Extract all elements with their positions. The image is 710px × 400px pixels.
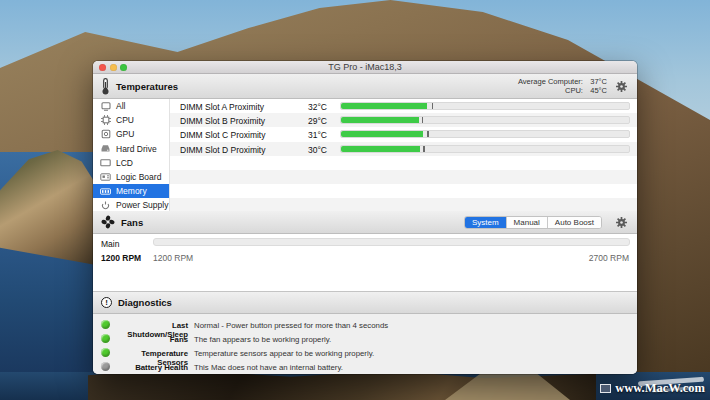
sensor-name: DIMM Slot D Proximity (180, 145, 265, 155)
empty-row (170, 198, 637, 211)
diagnostic-text: The fan appears to be working properly. (194, 335, 331, 344)
cpu-temp-value: 45°C (585, 86, 607, 95)
fan-mode-auto-boost[interactable]: Auto Boost (548, 217, 601, 228)
diagnostic-text: Normal - Power button pressed for more t… (194, 321, 388, 330)
zoom-button[interactable] (120, 64, 127, 71)
diagnostic-row: Temperature Sensors Temperature sensors … (93, 346, 637, 360)
temp-bar (340, 102, 630, 110)
sidebar-item-all[interactable]: All (93, 99, 169, 113)
status-dot-green (101, 348, 110, 357)
summary-temps: Average Computer: 37°C CPU: 45°C (518, 77, 607, 95)
sensor-row: DIMM Slot D Proximity 30°C (170, 142, 637, 156)
diagnostic-text: Temperature sensors appear to be working… (194, 349, 374, 358)
temperatures-header: Temperatures Average Computer: 37°C CPU:… (93, 74, 637, 99)
temp-peak-tick (422, 117, 424, 123)
sidebar-item-memory[interactable]: Memory (93, 184, 169, 198)
sidebar-item-label: Power Supply (116, 200, 168, 210)
diagnostic-label: Fans (111, 335, 188, 344)
watermark: www.MacW.com (600, 381, 705, 396)
computer-icon (100, 102, 111, 111)
diagnostic-label: Battery Health (111, 363, 188, 372)
fan-mode-control: System Manual Auto Boost (464, 216, 602, 229)
sidebar-item-label: Memory (116, 186, 147, 196)
tg-pro-window: TG Pro - iMac18,3 Temperatures Average C… (93, 61, 637, 374)
temp-bar-fill (341, 131, 423, 137)
temp-bar (340, 116, 630, 124)
fan-current-rpm: 1200 RPM (101, 253, 141, 263)
logic-board-icon (100, 173, 111, 181)
temp-bar (340, 145, 630, 153)
empty-row (170, 184, 637, 198)
sensor-temp: 29°C (275, 116, 327, 126)
gpu-chip-icon (100, 129, 111, 139)
exclamation-icon: ! (101, 297, 112, 308)
fan-max-rpm: 2700 RPM (589, 253, 629, 263)
desktop-wallpaper: TG Pro - iMac18,3 Temperatures Average C… (0, 0, 710, 400)
sidebar-item-label: Hard Drive (116, 144, 157, 154)
close-button[interactable] (99, 64, 106, 71)
cpu-chip-icon (100, 115, 111, 125)
fan-icon (101, 215, 115, 229)
sidebar-item-logic-board[interactable]: Logic Board (93, 170, 169, 184)
minimize-button[interactable] (110, 64, 117, 71)
sidebar-item-label: GPU (116, 129, 134, 139)
avg-computer-label: Average Computer: (518, 77, 583, 86)
cpu-temp-label: CPU: (565, 86, 583, 95)
watermark-logo-icon (600, 384, 611, 393)
fans-settings-button[interactable] (614, 215, 629, 230)
gear-icon (615, 80, 628, 93)
sensor-name: DIMM Slot B Proximity (180, 116, 265, 126)
status-dot-green (101, 320, 110, 329)
sensor-row: DIMM Slot C Proximity 31°C (170, 127, 637, 141)
fan-mode-system[interactable]: System (465, 217, 507, 228)
sidebar-item-label: Logic Board (116, 172, 161, 182)
fans-header: Fans System Manual Auto Boost (93, 211, 637, 234)
fan-mode-manual[interactable]: Manual (507, 217, 548, 228)
fan-speed-slider[interactable] (153, 238, 630, 246)
sidebar-item-label: All (116, 101, 125, 111)
sidebar-item-label: LCD (116, 158, 133, 168)
diagnostics-header: ! Diagnostics (93, 292, 637, 314)
sidebar-item-cpu[interactable]: CPU (93, 113, 169, 127)
sidebar-item-power-supply[interactable]: Power Supply (93, 198, 169, 211)
sensor-row: DIMM Slot A Proximity 32°C (170, 99, 637, 113)
fan-min-rpm: 1200 RPM (153, 253, 193, 263)
diagnostic-text: This Mac does not have an internal batte… (194, 363, 343, 372)
empty-row (170, 170, 637, 184)
temp-peak-tick (427, 131, 429, 137)
display-icon (100, 159, 111, 167)
sensor-temp: 32°C (275, 102, 327, 112)
sensor-temp: 31°C (275, 130, 327, 140)
temperatures-body: All CPU GPU Hard Drive LCD (93, 99, 637, 211)
fans-title: Fans (121, 217, 143, 228)
diagnostic-row: Fans The fan appears to be working prope… (93, 332, 637, 346)
fans-body: Main 1200 RPM 1200 RPM 2700 RPM (93, 234, 637, 292)
sensor-group-sidebar: All CPU GPU Hard Drive LCD (93, 99, 170, 211)
watermark-text: www.MacW.com (615, 381, 705, 396)
sidebar-item-hard-drive[interactable]: Hard Drive (93, 142, 169, 156)
hard-drive-icon (100, 144, 111, 153)
avg-computer-value: 37°C (585, 77, 607, 86)
diagnostic-row: Battery Health This Mac does not have an… (93, 360, 637, 374)
fan-name: Main (101, 239, 119, 249)
diagnostic-row: Last Shutdown/Sleep Normal - Power butto… (93, 318, 637, 332)
temperatures-settings-button[interactable] (614, 79, 629, 94)
sidebar-item-gpu[interactable]: GPU (93, 127, 169, 141)
thermometer-icon (101, 78, 110, 95)
sensor-list: DIMM Slot A Proximity 32°C DIMM Slot B P… (170, 99, 637, 211)
power-icon (100, 201, 111, 210)
status-dot-green (101, 334, 110, 343)
sensor-name: DIMM Slot A Proximity (180, 102, 264, 112)
sensor-row: DIMM Slot B Proximity 29°C (170, 113, 637, 127)
gear-icon (615, 216, 628, 229)
temp-bar-fill (341, 146, 420, 152)
sensor-temp: 30°C (275, 145, 327, 155)
sidebar-item-label: CPU (116, 115, 134, 125)
sidebar-item-lcd[interactable]: LCD (93, 156, 169, 170)
temp-peak-tick (423, 146, 425, 152)
memory-icon (100, 188, 111, 195)
window-title: TG Pro - iMac18,3 (93, 61, 637, 74)
temp-bar-fill (341, 117, 419, 123)
temperatures-title: Temperatures (116, 81, 178, 92)
title-bar[interactable]: TG Pro - iMac18,3 (93, 61, 637, 74)
